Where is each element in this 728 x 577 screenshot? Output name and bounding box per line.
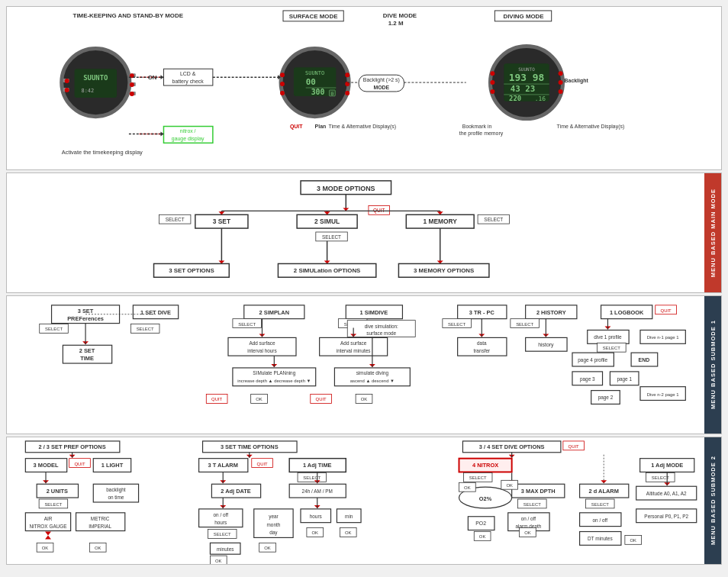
svg-text:1 Adj TIME: 1 Adj TIME — [303, 462, 332, 469]
svg-text:QUIT: QUIT — [316, 397, 327, 401]
timekeeping-title: TIME-KEEPING AND STAND-BY MODE — [73, 12, 183, 19]
svg-rect-146 — [233, 368, 316, 386]
svg-rect-133 — [233, 319, 262, 328]
svg-text:SIMulate PLANning: SIMulate PLANning — [253, 370, 295, 376]
svg-text:SELECT: SELECT — [523, 502, 541, 507]
svg-rect-114 — [52, 305, 120, 324]
svg-text:OK: OK — [464, 485, 471, 490]
svg-rect-215 — [69, 459, 91, 468]
top-panel: TIME-KEEPING AND STAND-BY MODE SURFACE M… — [6, 6, 722, 170]
svg-marker-80 — [343, 208, 349, 211]
svg-rect-135 — [338, 319, 367, 328]
svg-marker-211 — [69, 455, 76, 458]
svg-rect-305 — [512, 484, 565, 498]
svg-rect-170 — [526, 305, 577, 319]
svg-rect-85 — [297, 214, 357, 228]
svg-rect-176 — [443, 319, 472, 328]
svg-rect-273 — [337, 509, 361, 523]
svg-text:QUIT: QUIT — [661, 308, 672, 313]
svg-text:SELECT: SELECT — [448, 322, 465, 327]
svg-marker-291 — [509, 455, 515, 458]
svg-text:dive simulation:: dive simulation: — [365, 324, 398, 329]
svg-text:220: 220 — [509, 95, 521, 102]
svg-text:SELECT: SELECT — [344, 322, 362, 327]
svg-text:1 SIMDIVE: 1 SIMDIVE — [360, 309, 388, 316]
svg-rect-23 — [163, 69, 212, 85]
svg-text:minutes: minutes — [217, 546, 234, 552]
svg-text:simulate diving: simulate diving — [356, 370, 389, 376]
svg-text:SELECT: SELECT — [166, 217, 185, 222]
svg-rect-213 — [25, 459, 66, 472]
svg-text:alarm depth: alarm depth — [515, 524, 541, 530]
svg-point-65 — [559, 89, 563, 94]
svg-text:LCD &: LCD & — [180, 71, 196, 76]
svg-text:interval minutes: interval minutes — [337, 348, 371, 353]
svg-marker-72 — [161, 75, 164, 79]
svg-marker-203 — [543, 334, 549, 337]
svg-point-41 — [345, 82, 350, 86]
svg-marker-226 — [45, 532, 51, 536]
svg-text:transfer: transfer — [473, 348, 491, 353]
svg-text:OK: OK — [630, 538, 636, 543]
svg-text:2 SIMUL: 2 SIMUL — [314, 218, 340, 225]
svg-text:1.2 M: 1.2 M — [388, 20, 404, 27]
svg-text:interval hours: interval hours — [247, 348, 276, 353]
svg-text:battery check: battery check — [172, 79, 205, 85]
svg-text:METRIC: METRIC — [91, 516, 110, 521]
svg-marker-279 — [220, 480, 226, 483]
svg-text:Plan: Plan — [315, 124, 327, 129]
svg-text:data: data — [477, 340, 487, 346]
submode1-band: MENU BASED SUBMODE 1 — [704, 296, 721, 434]
svg-rect-52 — [504, 63, 549, 102]
svg-text:Bookmark in: Bookmark in — [462, 124, 492, 129]
svg-text:SELECT: SELECT — [45, 327, 63, 331]
svg-rect-244 — [199, 459, 248, 472]
svg-rect-120 — [133, 305, 178, 319]
svg-rect-129 — [244, 305, 304, 319]
svg-rect-269 — [289, 484, 346, 498]
svg-marker-285 — [314, 505, 321, 508]
svg-point-51 — [490, 47, 562, 119]
svg-text:SELECT: SELECT — [214, 532, 231, 537]
svg-point-18 — [130, 82, 134, 87]
svg-rect-295 — [463, 472, 492, 482]
svg-rect-140 — [320, 337, 388, 356]
svg-rect-131 — [346, 305, 402, 319]
main-container: TIME-KEEPING AND STAND-BY MODE SURFACE M… — [0, 0, 728, 577]
svg-rect-89 — [406, 214, 474, 228]
svg-rect-277 — [340, 528, 356, 537]
svg-text:SURFACE MODE: SURFACE MODE — [289, 13, 338, 20]
svg-text:QUIT: QUIT — [74, 462, 85, 466]
svg-rect-160 — [206, 395, 227, 404]
svg-rect-267 — [259, 543, 276, 552]
submode2-band: MENU BASED SUBMODE 2 — [704, 437, 721, 564]
svg-rect-287 — [462, 441, 560, 453]
svg-rect-81 — [195, 214, 248, 228]
svg-text:3 SET: 3 SET — [213, 218, 231, 225]
svg-text:SELECT: SELECT — [516, 322, 533, 327]
svg-text:SUUNTO: SUUNTO — [305, 70, 324, 76]
svg-rect-30 — [294, 67, 336, 96]
svg-rect-228 — [37, 543, 53, 552]
svg-point-6 — [62, 48, 130, 116]
svg-rect-303 — [474, 532, 491, 541]
submode1-band-text: MENU BASED SUBMODE 1 — [710, 320, 717, 409]
svg-rect-185 — [588, 330, 629, 344]
svg-rect-91 — [478, 214, 509, 224]
svg-rect-193 — [610, 372, 639, 385]
svg-text:OK: OK — [506, 483, 513, 488]
svg-rect-35 — [329, 90, 335, 96]
svg-text:on time: on time — [108, 495, 124, 500]
svg-text:history: history — [538, 342, 554, 348]
svg-rect-4 — [494, 11, 551, 21]
svg-text:OK: OK — [524, 530, 531, 535]
svg-marker-281 — [220, 505, 226, 508]
svg-text:1 LIGHT: 1 LIGHT — [101, 462, 124, 469]
svg-rect-7 — [75, 69, 117, 98]
svg-marker-122 — [82, 341, 89, 344]
svg-marker-107 — [437, 261, 443, 264]
svg-rect-199 — [640, 387, 685, 401]
svg-rect-207 — [598, 343, 627, 352]
svg-point-40 — [345, 73, 350, 77]
svg-rect-233 — [89, 543, 106, 552]
